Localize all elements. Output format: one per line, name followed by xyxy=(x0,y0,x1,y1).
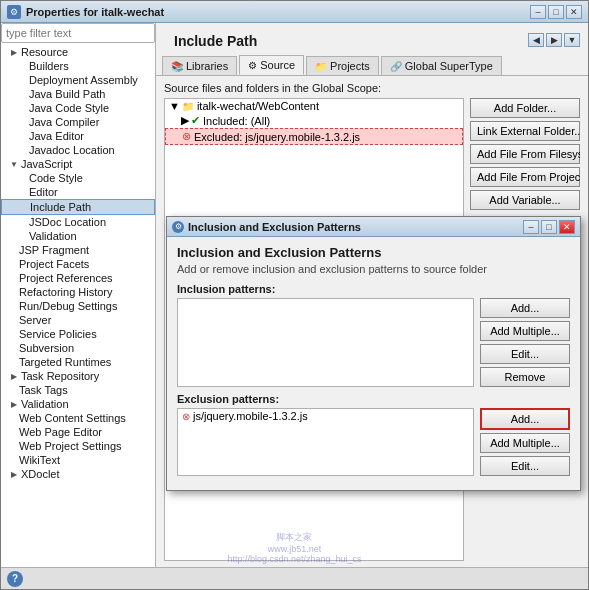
dialog-close-button[interactable]: ✕ xyxy=(559,220,575,234)
tree-item-6[interactable]: Java Editor xyxy=(1,129,155,143)
dialog-icon: ⚙ xyxy=(172,221,184,233)
tree-item-label: Task Tags xyxy=(19,384,68,396)
forward-nav-button[interactable]: ▶ xyxy=(546,33,562,47)
tree-item-23[interactable]: ▶Task Repository xyxy=(1,369,155,383)
tree-item-label: Java Compiler xyxy=(29,116,99,128)
tree-item-2[interactable]: Deployment Assembly xyxy=(1,73,155,87)
tree-item-16[interactable]: Project References xyxy=(1,271,155,285)
tree-item-8[interactable]: ▼JavaScript xyxy=(1,157,155,171)
tree-item-17[interactable]: Refactoring History xyxy=(1,285,155,299)
tree-item-29[interactable]: WikiText xyxy=(1,453,155,467)
file-tree-item-2[interactable]: ⊗ Excluded: js/jquery.mobile-1.3.2.js xyxy=(165,128,463,145)
tree-arrow-icon: ▼ xyxy=(9,159,19,169)
file-tree-item-0[interactable]: ▼ 📁 italk-wechat/WebContent xyxy=(165,99,463,113)
tree-item-1[interactable]: Builders xyxy=(1,59,155,73)
window-title: Properties for italk-wechat xyxy=(26,6,530,18)
dialog-maximize-button[interactable]: □ xyxy=(541,220,557,234)
dialog-controls: – □ ✕ xyxy=(523,220,575,234)
window-controls: – □ ✕ xyxy=(530,5,582,19)
maximize-button[interactable]: □ xyxy=(548,5,564,19)
nav-dropdown-button[interactable]: ▼ xyxy=(564,33,580,47)
tree-item-11[interactable]: Include Path xyxy=(1,199,155,215)
tree-item-22[interactable]: Targeted Runtimes xyxy=(1,355,155,369)
source-icon: ⚙ xyxy=(248,60,257,71)
tree-item-5[interactable]: Java Compiler xyxy=(1,115,155,129)
inclusion-add-button[interactable]: Add... xyxy=(480,298,570,318)
filter-input[interactable] xyxy=(1,23,155,43)
add-variable-button[interactable]: Add Variable... xyxy=(470,190,580,210)
inclusion-row: Add... Add Multiple... Edit... Remove xyxy=(177,298,570,387)
tree-item-label: Java Build Path xyxy=(29,88,105,100)
dialog-minimize-button[interactable]: – xyxy=(523,220,539,234)
add-file-project-button[interactable]: Add File From Project... xyxy=(470,167,580,187)
tree-item-label: JSDoc Location xyxy=(29,216,106,228)
title-bar: ⚙ Properties for italk-wechat – □ ✕ xyxy=(1,1,588,23)
tab-libraries[interactable]: 📚 Libraries xyxy=(162,56,237,75)
tree-item-label: Code Style xyxy=(29,172,83,184)
tab-source[interactable]: ⚙ Source xyxy=(239,55,304,75)
tree-item-7[interactable]: Javadoc Location xyxy=(1,143,155,157)
help-button[interactable]: ? xyxy=(7,571,23,587)
inclusion-buttons: Add... Add Multiple... Edit... Remove xyxy=(480,298,570,387)
tree-item-18[interactable]: Run/Debug Settings xyxy=(1,299,155,313)
tree-item-label: Include Path xyxy=(30,201,91,213)
tree-item-label: Server xyxy=(19,314,51,326)
exclusion-file-icon: ⊗ xyxy=(182,411,190,422)
tab-global-supertype[interactable]: 🔗 Global SuperType xyxy=(381,56,502,75)
tree-item-13[interactable]: Validation xyxy=(1,229,155,243)
exclusion-add-button[interactable]: Add... xyxy=(480,408,570,430)
tree-item-21[interactable]: Subversion xyxy=(1,341,155,355)
add-folder-button[interactable]: Add Folder... xyxy=(470,98,580,118)
inclusion-edit-button[interactable]: Edit... xyxy=(480,344,570,364)
tree-item-15[interactable]: Project Facets xyxy=(1,257,155,271)
tree-item-28[interactable]: Web Project Settings xyxy=(1,439,155,453)
tree-item-10[interactable]: Editor xyxy=(1,185,155,199)
tree-item-30[interactable]: ▶XDoclet xyxy=(1,467,155,481)
tree-item-12[interactable]: JSDoc Location xyxy=(1,215,155,229)
link-external-folder-button[interactable]: Link External Folder... xyxy=(470,121,580,141)
status-bar: ? xyxy=(1,567,588,589)
window-icon: ⚙ xyxy=(7,5,21,19)
tree-item-label: Refactoring History xyxy=(19,286,113,298)
tree-item-20[interactable]: Service Policies xyxy=(1,327,155,341)
close-button[interactable]: ✕ xyxy=(566,5,582,19)
folder-arrow-icon: ▼ xyxy=(169,100,180,112)
folder-icon: 📁 xyxy=(182,101,194,112)
inclusion-label: Inclusion patterns: xyxy=(177,283,570,295)
tree-item-14[interactable]: JSP Fragment xyxy=(1,243,155,257)
tree-item-26[interactable]: Web Content Settings xyxy=(1,411,155,425)
tree-item-label: JSP Fragment xyxy=(19,244,89,256)
dialog-title-bar: ⚙ Inclusion and Exclusion Patterns – □ ✕ xyxy=(167,217,580,237)
dialog-title: Inclusion and Exclusion Patterns xyxy=(188,221,523,233)
minimize-button[interactable]: – xyxy=(530,5,546,19)
exclusion-edit-button[interactable]: Edit... xyxy=(480,456,570,476)
inclusion-add-multiple-button[interactable]: Add Multiple... xyxy=(480,321,570,341)
tree-item-label: Targeted Runtimes xyxy=(19,356,111,368)
exclusion-item-0[interactable]: ⊗ js/jquery.mobile-1.3.2.js xyxy=(178,409,473,423)
tree-item-27[interactable]: Web Page Editor xyxy=(1,425,155,439)
tree-item-label: Project Facets xyxy=(19,258,89,270)
file-tree-item-1[interactable]: ▶ ✔ Included: (All) xyxy=(165,113,463,128)
tree-item-3[interactable]: Java Build Path xyxy=(1,87,155,101)
tree-item-24[interactable]: Task Tags xyxy=(1,383,155,397)
tree-item-19[interactable]: Server xyxy=(1,313,155,327)
add-file-filesystem-button[interactable]: Add File From Filesystem... xyxy=(470,144,580,164)
libraries-icon: 📚 xyxy=(171,61,183,72)
tree-item-25[interactable]: ▶Validation xyxy=(1,397,155,411)
tree-item-0[interactable]: ▶Resource xyxy=(1,45,155,59)
inclusion-list-box xyxy=(177,298,474,387)
tree-item-label: Resource xyxy=(21,46,68,58)
tab-projects[interactable]: 📁 Projects xyxy=(306,56,379,75)
tree-item-9[interactable]: Code Style xyxy=(1,171,155,185)
tree-item-label: WikiText xyxy=(19,454,60,466)
exclusion-add-multiple-button[interactable]: Add Multiple... xyxy=(480,433,570,453)
tree-arrow-icon: ▶ xyxy=(9,371,19,381)
back-nav-button[interactable]: ◀ xyxy=(528,33,544,47)
tree-item-4[interactable]: Java Code Style xyxy=(1,101,155,115)
exclusion-buttons: Add... Add Multiple... Edit... xyxy=(480,408,570,476)
exclusion-label: Exclusion patterns: xyxy=(177,393,570,405)
tree-item-label: Java Editor xyxy=(29,130,84,142)
global-icon: 🔗 xyxy=(390,61,402,72)
inclusion-remove-button[interactable]: Remove xyxy=(480,367,570,387)
tree-item-label: JavaScript xyxy=(21,158,72,170)
